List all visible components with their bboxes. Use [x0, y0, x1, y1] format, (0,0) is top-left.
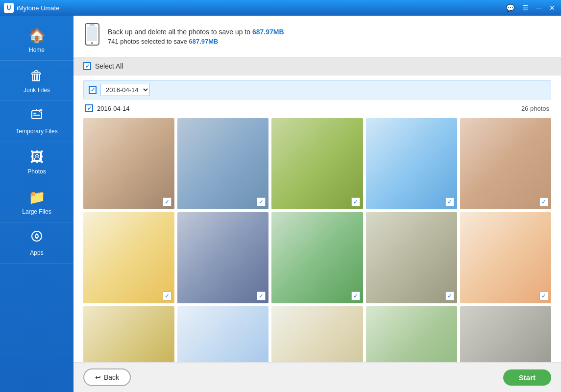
header-line1: Back up and delete all the photos to sav…: [108, 28, 284, 36]
app-logo: U: [4, 3, 14, 13]
photo-area[interactable]: 2016-04-14 2016-04-14 26 photos ✓ ✓: [73, 75, 561, 362]
sidebar-label-junk-files: Junk Files: [24, 87, 50, 94]
junk-files-icon: 🗑: [30, 68, 44, 84]
sidebar-label-temporary-files: Temporary Files: [16, 128, 57, 135]
menu-icon[interactable]: ☰: [520, 4, 531, 12]
close-icon[interactable]: ✕: [547, 4, 557, 12]
photo-checkbox-2[interactable]: ✓: [257, 197, 266, 206]
photo-checkbox-8[interactable]: ✓: [351, 292, 360, 300]
main-layout: 🏠 Home 🗑 Junk Files Temporary Files 🖼: [0, 16, 561, 392]
start-button[interactable]: Start: [503, 369, 551, 386]
photo-item[interactable]: ✓: [460, 118, 551, 209]
photo-checkbox-3[interactable]: ✓: [351, 197, 360, 206]
header-info: Back up and delete all the photos to sav…: [73, 16, 561, 57]
sidebar-item-photos[interactable]: 🖼 Photos: [0, 142, 73, 182]
apps-icon: [30, 229, 44, 246]
photos-icon: 🖼: [30, 149, 44, 165]
photo-item[interactable]: ✓: [177, 118, 268, 209]
date-group-subheader: 2016-04-14 26 photos: [83, 101, 551, 115]
chat-icon[interactable]: 💬: [504, 4, 516, 12]
svg-point-5: [36, 235, 38, 237]
back-arrow-icon: ↩: [95, 373, 101, 381]
content-area: Back up and delete all the photos to sav…: [73, 16, 561, 392]
date-dropdown[interactable]: 2016-04-14: [100, 84, 150, 96]
sidebar-label-large-files: Large Files: [22, 208, 51, 215]
header-text: Back up and delete all the photos to sav…: [108, 28, 284, 45]
sidebar: 🏠 Home 🗑 Junk Files Temporary Files 🖼: [0, 16, 73, 392]
date-group-count: 26 photos: [521, 105, 549, 112]
photo-checkbox-1[interactable]: ✓: [163, 197, 171, 206]
date-group-checkbox[interactable]: [85, 104, 93, 112]
sidebar-item-temporary-files[interactable]: Temporary Files: [0, 101, 73, 142]
large-files-icon: 📁: [28, 189, 46, 205]
photo-item[interactable]: ✓: [83, 306, 174, 362]
svg-rect-7: [87, 26, 97, 41]
header-line2: 741 photos selected to save 687.97MB: [108, 38, 284, 45]
photo-item[interactable]: ✓: [271, 212, 363, 303]
photo-item[interactable]: ✓: [177, 306, 268, 362]
minimize-icon[interactable]: ─: [535, 4, 543, 12]
sidebar-label-home: Home: [29, 47, 45, 53]
photo-item[interactable]: ✓: [366, 212, 457, 303]
home-icon: 🏠: [28, 27, 46, 44]
svg-point-8: [91, 42, 93, 44]
photo-item[interactable]: ✓: [177, 212, 268, 303]
select-all-label: Select All: [95, 62, 123, 70]
temporary-files-icon: [30, 108, 44, 125]
sidebar-label-apps: Apps: [30, 249, 43, 256]
photo-item[interactable]: ✓: [271, 118, 363, 209]
photo-checkbox-4[interactable]: ✓: [445, 197, 454, 206]
photo-checkbox-5[interactable]: ✓: [539, 197, 548, 206]
app-title: iMyfone Umate: [17, 4, 59, 12]
sidebar-item-junk-files[interactable]: 🗑 Junk Files: [0, 61, 73, 101]
sidebar-item-home[interactable]: 🏠 Home: [0, 21, 73, 61]
date-group-date: 2016-04-14: [97, 105, 130, 112]
photo-item[interactable]: ✓: [460, 306, 551, 362]
photo-checkbox-9[interactable]: ✓: [445, 292, 454, 300]
photo-grid: ✓ ✓ ✓ ✓ ✓ ✓ ✓: [83, 118, 551, 362]
svg-rect-2: [33, 115, 40, 116]
date-group-dropdown-header: 2016-04-14: [83, 80, 551, 99]
date-group-left: 2016-04-14: [85, 104, 130, 112]
photo-checkbox-7[interactable]: ✓: [257, 292, 266, 300]
photo-item[interactable]: ✓: [271, 306, 363, 362]
titlebar-controls: 💬 ☰ ─ ✕: [504, 4, 557, 12]
sidebar-item-large-files[interactable]: 📁 Large Files: [0, 182, 73, 222]
date-group-dropdown-checkbox[interactable]: [89, 86, 97, 94]
photo-item[interactable]: ✓: [83, 118, 174, 209]
select-all-bar: Select All: [73, 57, 561, 75]
select-all-checkbox[interactable]: [83, 62, 91, 70]
photo-item[interactable]: ✓: [83, 212, 174, 303]
back-button[interactable]: ↩ Back: [83, 368, 131, 386]
photo-item[interactable]: ✓: [460, 212, 551, 303]
phone-icon: [83, 23, 101, 50]
photo-checkbox-6[interactable]: ✓: [163, 292, 171, 300]
footer: ↩ Back Start: [73, 362, 561, 392]
titlebar: U iMyfone Umate 💬 ☰ ─ ✕: [0, 0, 561, 16]
titlebar-left: U iMyfone Umate: [4, 3, 59, 13]
sidebar-label-photos: Photos: [27, 168, 46, 175]
photo-item[interactable]: ✓: [366, 118, 457, 209]
sidebar-item-apps[interactable]: Apps: [0, 222, 73, 264]
svg-rect-9: [90, 24, 95, 25]
photo-checkbox-10[interactable]: ✓: [539, 292, 548, 300]
svg-rect-1: [33, 113, 36, 114]
photo-item[interactable]: ✓: [366, 306, 457, 362]
